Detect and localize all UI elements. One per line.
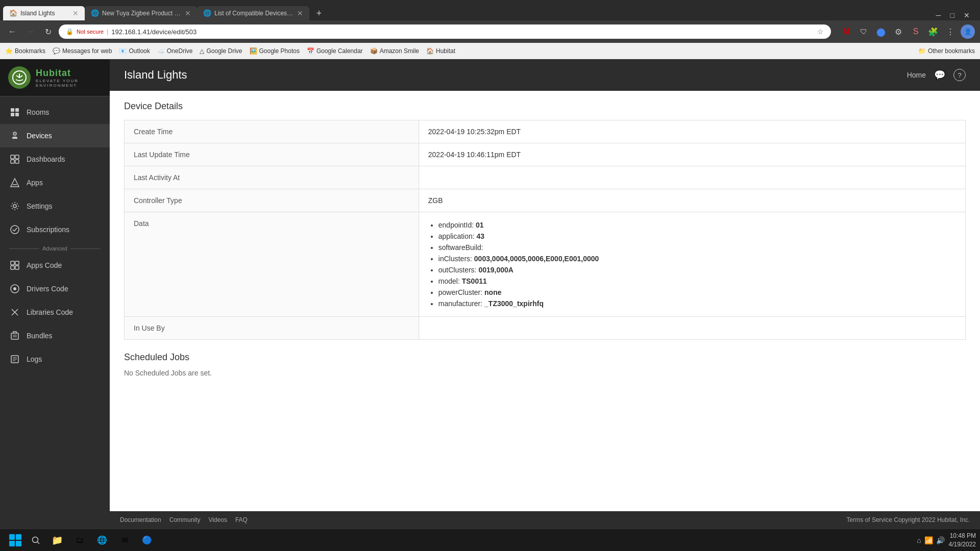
libraries-code-label: Libraries Code (27, 308, 73, 316)
onedrive-label: OneDrive (167, 47, 193, 55)
gdrive-icon: △ (200, 47, 204, 55)
win-logo-q3 (9, 541, 15, 546)
help-icon[interactable]: ? (953, 69, 966, 81)
bookmark-bookmarks[interactable]: ⭐ Bookmarks (5, 47, 45, 55)
svg-rect-17 (11, 266, 14, 269)
gdrive-label: Google Drive (206, 47, 242, 55)
bookmark-star-icon[interactable]: ☆ (817, 28, 824, 36)
svg-line-31 (37, 542, 39, 544)
footer-documentation[interactable]: Documentation (120, 516, 161, 523)
taskbar-mail[interactable]: ✉ (114, 531, 135, 549)
close-button[interactable]: ✕ (961, 10, 973, 20)
address-bar[interactable]: 🔒 Not secure | 192.168.1.41/device/edit/… (59, 24, 831, 39)
footer-community[interactable]: Community (169, 516, 201, 523)
extension-icon-2[interactable]: ⚙ (891, 24, 905, 39)
profile-avatar[interactable]: 👤 (961, 24, 975, 39)
taskbar-edge[interactable]: 🌐 (92, 531, 112, 549)
apps-label: Apps (27, 179, 43, 187)
sidebar-item-apps-code[interactable]: Apps Code (0, 254, 110, 277)
table-row-data: Data endpointId: 01 application: 43 soft… (125, 212, 966, 317)
maximize-button[interactable]: □ (947, 10, 958, 20)
apps-code-icon (9, 260, 20, 271)
page-header: Island Lights Home 💬 ? (110, 59, 980, 91)
gmail-icon[interactable]: M (839, 24, 853, 39)
bookmark-other[interactable]: 📁 Other bookmarks (918, 47, 975, 55)
other-bookmarks-icon: 📁 (918, 47, 926, 55)
footer-videos[interactable]: Videos (208, 516, 227, 523)
svg-rect-4 (15, 113, 19, 116)
rooms-label: Rooms (27, 108, 49, 116)
start-button[interactable] (4, 531, 27, 549)
new-tab-button[interactable]: + (311, 6, 327, 20)
sidebar-item-devices[interactable]: Devices (0, 124, 110, 147)
forward-button[interactable]: → (23, 25, 38, 38)
sidebar-item-settings[interactable]: Settings (0, 194, 110, 218)
libraries-code-icon (9, 307, 20, 318)
browser-action-icons: M 🛡 ⬤ ⚙ S 🧩 ⋮ 👤 (839, 24, 975, 39)
network-icon: ⌂ (917, 536, 921, 544)
footer-faq[interactable]: FAQ (235, 516, 248, 523)
bookmark-amazon[interactable]: 📦 Amazon Smile (370, 47, 419, 55)
tab-compatible-devices[interactable]: 🌐 List of Compatible Devices - Hub... ✕ (197, 6, 309, 20)
bookmark-hubitat[interactable]: 🏠 Hubitat (426, 47, 455, 55)
data-item-application: application: 43 (438, 231, 956, 242)
extension-icon-3[interactable]: S (909, 24, 923, 39)
table-row-last-activity: Last Activity At (125, 166, 966, 189)
svg-marker-11 (11, 179, 19, 187)
taskbar-right: ⌂ 📶 🔊 10:48 PM 4/19/2022 (917, 532, 976, 549)
data-item-model: model: TS0011 (438, 276, 956, 287)
chat-icon[interactable]: 💬 (934, 69, 945, 81)
sidebar-item-drivers-code[interactable]: Drivers Code (0, 277, 110, 300)
tab-close-1[interactable]: ✕ (72, 9, 79, 17)
sidebar-item-rooms[interactable]: Rooms (0, 101, 110, 124)
content-area: Device Details Create Time 2022-04-19 10… (110, 91, 980, 511)
tab-island-lights[interactable]: 🏠 Island Lights ✕ (3, 6, 85, 20)
browser-menu-icon[interactable]: ⋮ (943, 24, 958, 39)
tab-close-3[interactable]: ✕ (297, 9, 303, 17)
hubitat-logo-icon (8, 66, 31, 89)
minimize-button[interactable]: ─ (933, 10, 944, 20)
win-logo-q1 (9, 534, 15, 540)
home-button[interactable]: Home (907, 71, 926, 79)
svg-point-20 (13, 287, 16, 290)
bookmark-gphotos[interactable]: 🖼️ Google Photos (250, 47, 300, 55)
data-item-powercluster: powerCluster: none (438, 287, 956, 298)
chrome-icon[interactable]: ⬤ (874, 24, 888, 39)
tab-tuya-zigbee[interactable]: 🌐 New Tuya Zigbee Product - Lour... ✕ (85, 6, 197, 20)
taskbar-explorer[interactable]: 📁 (47, 531, 67, 549)
table-row-last-update: Last Update Time 2022-04-19 10:46:11pm E… (125, 143, 966, 166)
page-title: Island Lights (124, 68, 187, 82)
logo-text: Hubitat ELEVATE YOUR ENVIRONMENT (36, 68, 102, 88)
sidebar-logo: Hubitat ELEVATE YOUR ENVIRONMENT (0, 59, 110, 96)
bookmark-outlook[interactable]: 📧 Outlook (119, 47, 150, 55)
taskbar-file-manager[interactable]: 🗂 (69, 531, 90, 549)
dashboards-icon (9, 154, 20, 165)
taskbar-pinned-apps: 📁 🗂 🌐 ✉ 🔵 (47, 531, 157, 549)
header-actions: Home 💬 ? (907, 69, 966, 81)
sidebar-item-bundles[interactable]: Bundles (0, 324, 110, 347)
refresh-button[interactable]: ↻ (42, 25, 55, 39)
sidebar-item-dashboards[interactable]: Dashboards (0, 147, 110, 171)
back-button[interactable]: ← (5, 25, 19, 38)
create-time-value: 2022-04-19 10:25:32pm EDT (419, 120, 965, 143)
bookmark-onedrive[interactable]: ☁️ OneDrive (157, 47, 193, 55)
footer-copyright: Terms of Service Copyright 2022 Hubitat,… (847, 516, 970, 523)
sidebar-item-subscriptions[interactable]: Subscriptions (0, 218, 110, 241)
address-separator: | (107, 28, 108, 35)
last-update-label: Last Update Time (125, 143, 419, 166)
extension-icon-1[interactable]: 🛡 (856, 24, 871, 39)
bookmark-gcalendar[interactable]: 📅 Google Calendar (307, 47, 363, 55)
bookmark-gdrive[interactable]: △ Google Drive (200, 47, 242, 55)
sidebar-item-libraries-code[interactable]: Libraries Code (0, 300, 110, 324)
url-text[interactable]: 192.168.1.41/device/edit/503 (111, 28, 814, 36)
taskbar-chrome[interactable]: 🔵 (137, 531, 157, 549)
not-secure-label: Not secure (77, 29, 104, 35)
sidebar-item-apps[interactable]: Apps (0, 171, 110, 194)
taskbar-time-display: 10:48 PM (949, 532, 976, 540)
tab-close-2[interactable]: ✕ (185, 9, 191, 17)
extensions-puzzle-icon[interactable]: 🧩 (926, 24, 940, 39)
bookmark-messages[interactable]: 💬 Messages for web (53, 47, 112, 55)
taskbar-search-button[interactable] (27, 531, 45, 549)
win-logo-q4 (16, 541, 21, 546)
sidebar-item-logs[interactable]: Logs (0, 347, 110, 371)
